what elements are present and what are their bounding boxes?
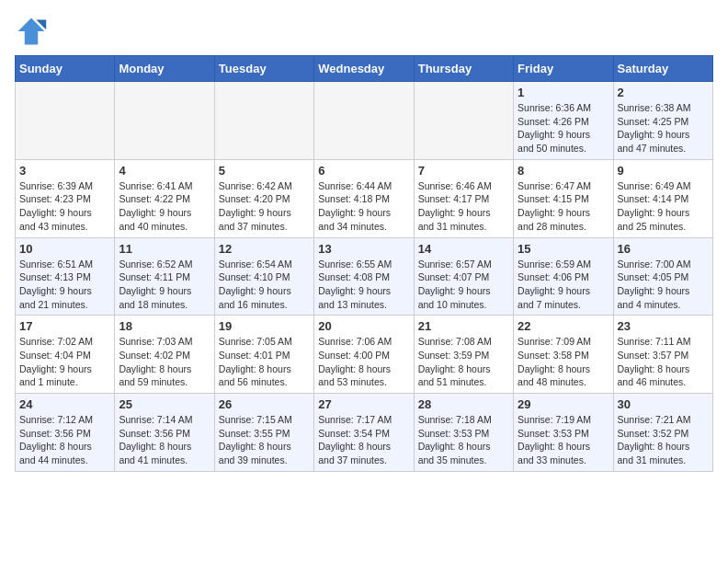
day-number: 28 — [418, 397, 509, 411]
day-info: Sunrise: 7:12 AM Sunset: 3:56 PM Dayligh… — [19, 413, 110, 467]
day-number: 8 — [518, 164, 609, 178]
calendar-week-row: 1Sunrise: 6:36 AM Sunset: 4:26 PM Daylig… — [16, 82, 713, 160]
calendar-cell: 17Sunrise: 7:02 AM Sunset: 4:04 PM Dayli… — [16, 316, 115, 394]
calendar-cell: 10Sunrise: 6:51 AM Sunset: 4:13 PM Dayli… — [16, 237, 115, 316]
day-info: Sunrise: 7:14 AM Sunset: 3:56 PM Dayligh… — [119, 413, 210, 467]
calendar-cell: 28Sunrise: 7:18 AM Sunset: 3:53 PM Dayli… — [414, 394, 513, 472]
day-info: Sunrise: 6:44 AM Sunset: 4:18 PM Dayligh… — [318, 179, 409, 234]
day-number: 30 — [618, 397, 709, 411]
day-info: Sunrise: 6:52 AM Sunset: 4:11 PM Dayligh… — [119, 258, 210, 312]
calendar-table: SundayMondayTuesdayWednesdayThursdayFrid… — [15, 55, 713, 472]
calendar-cell: 16Sunrise: 7:00 AM Sunset: 4:05 PM Dayli… — [613, 237, 712, 316]
day-number: 2 — [618, 86, 709, 99]
day-info: Sunrise: 7:00 AM Sunset: 4:05 PM Dayligh… — [618, 258, 709, 312]
calendar-cell: 7Sunrise: 6:46 AM Sunset: 4:17 PM Daylig… — [414, 159, 513, 237]
day-number: 1 — [518, 86, 609, 99]
day-info: Sunrise: 6:47 AM Sunset: 4:15 PM Dayligh… — [518, 179, 609, 234]
day-number: 5 — [219, 164, 310, 178]
calendar-week-row: 24Sunrise: 7:12 AM Sunset: 3:56 PM Dayli… — [16, 394, 713, 472]
header-wednesday: Wednesday — [314, 56, 414, 82]
day-number: 16 — [618, 242, 709, 256]
day-number: 15 — [518, 242, 609, 256]
page-header — [15, 15, 713, 48]
header-monday: Monday — [115, 56, 214, 82]
day-number: 3 — [19, 164, 110, 178]
day-number: 25 — [119, 397, 210, 411]
calendar-cell: 14Sunrise: 6:57 AM Sunset: 4:07 PM Dayli… — [414, 237, 513, 316]
calendar-cell: 6Sunrise: 6:44 AM Sunset: 4:18 PM Daylig… — [314, 159, 414, 237]
calendar-cell: 21Sunrise: 7:08 AM Sunset: 3:59 PM Dayli… — [414, 316, 513, 394]
calendar-cell: 20Sunrise: 7:06 AM Sunset: 4:00 PM Dayli… — [314, 316, 414, 394]
calendar-cell — [314, 82, 414, 160]
day-number: 10 — [19, 242, 110, 256]
day-number: 11 — [119, 242, 210, 256]
day-number: 24 — [19, 397, 110, 411]
day-number: 9 — [618, 164, 709, 178]
day-info: Sunrise: 6:38 AM Sunset: 4:25 PM Dayligh… — [618, 101, 709, 155]
day-number: 29 — [518, 397, 609, 411]
calendar-cell: 8Sunrise: 6:47 AM Sunset: 4:15 PM Daylig… — [514, 159, 613, 237]
header-thursday: Thursday — [414, 56, 513, 82]
calendar-cell: 24Sunrise: 7:12 AM Sunset: 3:56 PM Dayli… — [16, 394, 115, 472]
calendar-cell: 18Sunrise: 7:03 AM Sunset: 4:02 PM Dayli… — [115, 316, 214, 394]
calendar-week-row: 10Sunrise: 6:51 AM Sunset: 4:13 PM Dayli… — [16, 237, 713, 316]
calendar-cell: 13Sunrise: 6:55 AM Sunset: 4:08 PM Dayli… — [314, 237, 414, 316]
calendar-cell: 15Sunrise: 6:59 AM Sunset: 4:06 PM Dayli… — [514, 237, 613, 316]
day-info: Sunrise: 6:59 AM Sunset: 4:06 PM Dayligh… — [518, 258, 609, 312]
calendar-cell: 12Sunrise: 6:54 AM Sunset: 4:10 PM Dayli… — [214, 237, 313, 316]
calendar-cell: 26Sunrise: 7:15 AM Sunset: 3:55 PM Dayli… — [214, 394, 313, 472]
calendar-cell — [115, 82, 214, 160]
day-number: 17 — [19, 319, 110, 333]
day-number: 4 — [119, 164, 210, 178]
calendar-cell: 5Sunrise: 6:42 AM Sunset: 4:20 PM Daylig… — [214, 159, 313, 237]
day-number: 18 — [119, 319, 210, 333]
day-info: Sunrise: 6:42 AM Sunset: 4:20 PM Dayligh… — [219, 179, 310, 234]
day-info: Sunrise: 6:41 AM Sunset: 4:22 PM Dayligh… — [119, 179, 210, 234]
day-number: 14 — [418, 242, 509, 256]
calendar-cell: 29Sunrise: 7:19 AM Sunset: 3:53 PM Dayli… — [514, 394, 613, 472]
day-number: 20 — [318, 319, 409, 333]
calendar-cell: 19Sunrise: 7:05 AM Sunset: 4:01 PM Dayli… — [214, 316, 313, 394]
calendar-cell: 30Sunrise: 7:21 AM Sunset: 3:52 PM Dayli… — [613, 394, 712, 472]
day-info: Sunrise: 7:15 AM Sunset: 3:55 PM Dayligh… — [219, 413, 310, 467]
day-info: Sunrise: 6:51 AM Sunset: 4:13 PM Dayligh… — [19, 258, 110, 312]
day-info: Sunrise: 7:18 AM Sunset: 3:53 PM Dayligh… — [418, 413, 509, 467]
header-sunday: Sunday — [16, 56, 115, 82]
calendar-cell: 25Sunrise: 7:14 AM Sunset: 3:56 PM Dayli… — [115, 394, 214, 472]
day-number: 22 — [518, 319, 609, 333]
calendar-cell: 3Sunrise: 6:39 AM Sunset: 4:23 PM Daylig… — [16, 159, 115, 237]
day-info: Sunrise: 6:39 AM Sunset: 4:23 PM Dayligh… — [19, 179, 110, 234]
calendar-cell — [16, 82, 115, 160]
calendar-cell: 9Sunrise: 6:49 AM Sunset: 4:14 PM Daylig… — [613, 159, 712, 237]
header-tuesday: Tuesday — [214, 56, 313, 82]
logo — [15, 15, 51, 48]
day-info: Sunrise: 7:08 AM Sunset: 3:59 PM Dayligh… — [418, 335, 509, 389]
day-info: Sunrise: 6:36 AM Sunset: 4:26 PM Dayligh… — [518, 101, 609, 155]
calendar-cell — [414, 82, 513, 160]
calendar-cell: 22Sunrise: 7:09 AM Sunset: 3:58 PM Dayli… — [514, 316, 613, 394]
calendar-cell: 1Sunrise: 6:36 AM Sunset: 4:26 PM Daylig… — [514, 82, 613, 160]
day-number: 23 — [618, 319, 709, 333]
calendar-cell: 4Sunrise: 6:41 AM Sunset: 4:22 PM Daylig… — [115, 159, 214, 237]
day-info: Sunrise: 7:19 AM Sunset: 3:53 PM Dayligh… — [518, 413, 609, 467]
day-number: 26 — [219, 397, 310, 411]
calendar-cell: 27Sunrise: 7:17 AM Sunset: 3:54 PM Dayli… — [314, 394, 414, 472]
header-friday: Friday — [514, 56, 613, 82]
day-number: 12 — [219, 242, 310, 256]
header-saturday: Saturday — [613, 56, 712, 82]
day-number: 6 — [318, 164, 409, 178]
calendar-header-row: SundayMondayTuesdayWednesdayThursdayFrid… — [16, 56, 713, 82]
day-info: Sunrise: 7:11 AM Sunset: 3:57 PM Dayligh… — [618, 335, 709, 389]
day-number: 21 — [418, 319, 509, 333]
day-info: Sunrise: 7:03 AM Sunset: 4:02 PM Dayligh… — [119, 335, 210, 389]
day-info: Sunrise: 6:57 AM Sunset: 4:07 PM Dayligh… — [418, 258, 509, 312]
calendar-cell: 11Sunrise: 6:52 AM Sunset: 4:11 PM Dayli… — [115, 237, 214, 316]
day-info: Sunrise: 7:21 AM Sunset: 3:52 PM Dayligh… — [618, 413, 709, 467]
day-info: Sunrise: 6:46 AM Sunset: 4:17 PM Dayligh… — [418, 179, 509, 234]
calendar-week-row: 3Sunrise: 6:39 AM Sunset: 4:23 PM Daylig… — [16, 159, 713, 237]
day-number: 13 — [318, 242, 409, 256]
day-number: 19 — [219, 319, 310, 333]
day-info: Sunrise: 6:49 AM Sunset: 4:14 PM Dayligh… — [618, 179, 709, 234]
day-info: Sunrise: 7:17 AM Sunset: 3:54 PM Dayligh… — [318, 413, 409, 467]
day-info: Sunrise: 7:05 AM Sunset: 4:01 PM Dayligh… — [219, 335, 310, 389]
